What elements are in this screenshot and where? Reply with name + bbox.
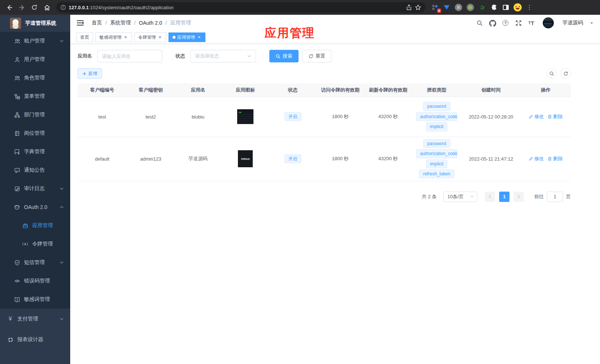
tab-home[interactable]: 首页 xyxy=(76,32,93,42)
collapse-sidebar-icon[interactable] xyxy=(77,20,83,25)
reload-icon[interactable] xyxy=(29,2,40,13)
chevron-down-icon xyxy=(60,40,64,42)
bookmark-star-icon[interactable] xyxy=(415,4,421,11)
delete-link[interactable]: 删除 xyxy=(548,113,563,120)
chevron-down-icon xyxy=(60,187,64,190)
extensions-puzzle-icon[interactable] xyxy=(490,3,498,11)
help-icon[interactable]: ? xyxy=(502,19,509,27)
cell-app-name: 芋道源码 xyxy=(175,137,221,181)
sidebar-item-sensitive-word[interactable]: 敏感词管理 xyxy=(0,290,70,309)
search-icon xyxy=(276,54,280,59)
open-book-icon xyxy=(14,297,20,302)
font-size-icon[interactable]: TT xyxy=(528,19,535,27)
sidebar-item-dict[interactable]: 字典管理 xyxy=(0,142,70,161)
extension-record-icon[interactable] xyxy=(466,3,474,11)
breadcrumb-separator: / xyxy=(105,20,107,26)
hide-search-button[interactable] xyxy=(546,68,557,79)
tab-application-active[interactable]: 应用管理× xyxy=(168,32,205,42)
wheel-icon xyxy=(7,337,13,343)
edit-icon xyxy=(529,157,533,161)
fullscreen-icon[interactable] xyxy=(515,19,522,27)
edit-icon xyxy=(529,114,533,119)
breadcrumb-item[interactable]: 首页 xyxy=(92,20,102,26)
tab-sensitive-word[interactable]: 敏感词管理× xyxy=(95,32,132,42)
side-panel-icon[interactable] xyxy=(502,3,510,11)
browser-menu-icon[interactable]: ⋮ xyxy=(525,3,533,11)
sidebar-item-tenant[interactable]: 租户管理 xyxy=(0,32,70,50)
app-icon-image[interactable] xyxy=(237,109,253,124)
sidebar-item-errcode[interactable]: </> 错误码管理 xyxy=(0,272,70,290)
forward-icon[interactable] xyxy=(16,2,27,13)
caret-down-icon[interactable] xyxy=(590,22,593,24)
sidebar-item-report-designer[interactable]: 报表设计器 xyxy=(0,329,70,350)
sidebar-item-label: 应用管理 xyxy=(32,222,53,229)
reset-button[interactable]: 重置 xyxy=(302,50,331,62)
home-icon[interactable] xyxy=(41,2,52,13)
breadcrumb-item[interactable]: OAuth 2.0 xyxy=(139,20,162,26)
status-select[interactable]: 请选择状态 xyxy=(190,50,256,62)
user-avatar[interactable] xyxy=(543,17,554,28)
add-button[interactable]: 新增 xyxy=(78,68,102,79)
sidebar-item-notice[interactable]: 通知公告 xyxy=(0,161,70,179)
sidebar-item-role[interactable]: 角色管理 xyxy=(0,69,70,87)
app-logo[interactable]: 芋道管理系统 xyxy=(0,15,70,32)
sidebar-item-audit-log[interactable]: 审计日志 xyxy=(0,179,70,198)
sidebar: 芋道管理系统 租户管理 用户管理 角色管理 菜单管理 部门管理 xyxy=(0,15,70,364)
col-grant-types: 授权类型 xyxy=(412,83,461,97)
address-bar[interactable]: 127.0.0.1:1024/system/oauth2/oauth2/appl… xyxy=(56,2,426,13)
sidebar-item-label: OAuth 2.0 xyxy=(24,204,47,210)
sidebar-item-pay[interactable]: ¥ 支付管理 xyxy=(0,309,70,329)
close-icon[interactable]: × xyxy=(123,35,128,40)
close-icon[interactable]: × xyxy=(197,35,201,40)
close-icon[interactable]: × xyxy=(158,35,162,40)
tab-label: 敏感词管理 xyxy=(99,34,122,41)
current-page-button[interactable]: 1 xyxy=(499,192,509,202)
goto-page-input[interactable] xyxy=(547,192,563,202)
extension-gem-icon[interactable] xyxy=(443,3,451,11)
sidebar-item-sms[interactable]: 短信管理 xyxy=(0,253,70,272)
applications-table: 客户端编号 客户端密钥 应用名 应用图标 状态 访问令牌的有效期 刷新令牌的有效… xyxy=(78,83,571,181)
user-icon xyxy=(14,57,20,62)
search-button[interactable]: 搜索 xyxy=(269,50,299,62)
edit-link[interactable]: 修改 xyxy=(529,113,544,120)
sidebar-item-oauth-token[interactable]: 令牌管理 xyxy=(0,235,70,253)
delete-link[interactable]: 删除 xyxy=(548,155,563,162)
plus-icon xyxy=(82,72,86,76)
shield-check-icon xyxy=(14,260,20,265)
extension-command-icon[interactable]: ⌘ xyxy=(454,3,463,11)
extension-star-icon[interactable]: ✰ xyxy=(478,3,486,11)
refresh-table-button[interactable] xyxy=(560,68,571,79)
prev-page-button[interactable] xyxy=(485,192,495,202)
page-size-select[interactable]: 10条/页 xyxy=(443,192,477,202)
search-icon[interactable] xyxy=(476,19,483,27)
cell-refresh-ttl: 43200 秒 xyxy=(364,97,412,137)
table-toolbar: 新增 xyxy=(78,68,571,79)
sidebar-item-user[interactable]: 用户管理 xyxy=(0,50,70,69)
sidebar-item-oauth-application[interactable]: 应用管理 xyxy=(0,216,70,235)
cell-grant-types: password authorization_code implicit ref… xyxy=(412,137,461,181)
sidebar-item-oauth[interactable]: OAuth 2.0 xyxy=(0,198,70,216)
share-icon[interactable] xyxy=(406,4,412,10)
sidebar-item-post[interactable]: 岗位管理 xyxy=(0,124,70,142)
col-created-time: 创建时间 xyxy=(461,83,521,97)
robot-icon xyxy=(14,204,20,210)
sidebar-item-label: 字典管理 xyxy=(24,148,45,155)
user-name[interactable]: 芋道源码 xyxy=(562,20,583,26)
tab-token[interactable]: 令牌管理× xyxy=(134,32,166,42)
sidebar-item-dept[interactable]: 部门管理 xyxy=(0,106,70,124)
cell-actions: 修改删除 xyxy=(521,97,571,137)
next-page-button[interactable] xyxy=(514,192,524,202)
extension-blue-badge-icon[interactable]: 9 xyxy=(431,3,439,11)
sidebar-item-menu[interactable]: 菜单管理 xyxy=(0,87,70,106)
sidebar-item-label: 用户管理 xyxy=(24,56,45,63)
profile-avatar-icon[interactable] xyxy=(514,3,522,11)
github-icon[interactable] xyxy=(489,19,496,27)
back-icon[interactable] xyxy=(4,2,15,13)
cell-grant-types: password authorization_code implicit xyxy=(412,97,461,137)
app-icon-image[interactable]: GitHub xyxy=(238,150,253,167)
edit-link[interactable]: 修改 xyxy=(529,155,544,162)
breadcrumb-item[interactable]: 系统管理 xyxy=(110,20,131,26)
app-name-input[interactable] xyxy=(97,50,162,62)
page-unit-label: 页 xyxy=(566,193,571,200)
org-chart-icon xyxy=(14,112,20,118)
